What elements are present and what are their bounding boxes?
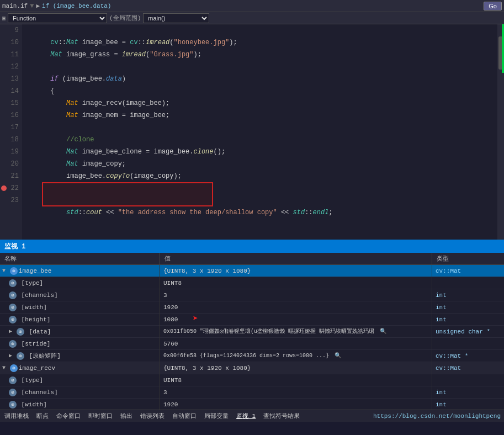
tool-autowindow[interactable]: 自动窗口 bbox=[171, 410, 198, 422]
height-type: int bbox=[432, 314, 504, 326]
original-type: cv::Mat * bbox=[432, 350, 504, 362]
line-num-10: 10 bbox=[0, 36, 19, 49]
watch-row-stride: ◎ [stride] 5760 bbox=[0, 338, 504, 350]
line-num-20: 20 bbox=[0, 158, 19, 170]
line-num-22: 22 bbox=[0, 182, 19, 194]
stride-name: ◎ [stride] bbox=[0, 338, 160, 350]
col-headers: 名称 值 类型 bbox=[0, 253, 504, 265]
code-line-14: Mat image_recv(image_bee); bbox=[26, 85, 493, 97]
expand-icon-data[interactable]: ▶ bbox=[9, 326, 15, 338]
code-content[interactable]: cv::Mat image_bee = cv::imread("honeybee… bbox=[22, 24, 497, 240]
original-name: ▶ ◎ [原始矩阵] bbox=[0, 350, 160, 362]
watch-row-type: ◎ [type] UINT8 bbox=[0, 277, 504, 289]
var-icon-height: ◎ bbox=[9, 316, 17, 323]
type-value: UINT8 bbox=[160, 277, 432, 289]
breakpoint-22 bbox=[0, 182, 8, 194]
tool-output[interactable]: 输出 bbox=[119, 410, 134, 422]
image-recv-value: {UINT8, 3 x 1920 x 1080} bbox=[160, 362, 432, 374]
main-func-dropdown[interactable]: main() bbox=[143, 13, 209, 23]
watch-row-width: ◎ [width] 1920 int bbox=[0, 301, 504, 314]
watch-row-recv-channels: ◎ [channels] 3 int bbox=[0, 386, 504, 399]
scope-label: (全局范围) bbox=[109, 14, 141, 22]
line-numbers: 9 10 11 12 13 14 15 16 17 18 19 20 21 22… bbox=[0, 24, 22, 240]
line-num-19: 19 bbox=[0, 146, 19, 158]
nav-arrow: ▶ bbox=[36, 2, 40, 9]
recv-channels-type: int bbox=[432, 386, 504, 399]
watch-row-recv-width: ◎ [width] 1920 int bbox=[0, 399, 504, 410]
tool-findsymbol[interactable]: 查找符号结果 bbox=[262, 410, 301, 422]
recv-type-value: UINT8 bbox=[160, 374, 432, 386]
condition-label: if (image_bee.data) bbox=[42, 3, 111, 9]
line-num-17: 17 bbox=[0, 121, 19, 134]
top-toolbar: main.if ▼ ▶ if (image_bee.data) Go bbox=[0, 0, 504, 12]
watch-row-original: ▶ ◎ [原始矩阵] 0x00f6fe58 {flags=1124024336 … bbox=[0, 350, 504, 362]
line-num-9: 9 bbox=[0, 24, 19, 36]
var-icon-recv-width: ◎ bbox=[9, 401, 17, 409]
var-icon-channels: ◎ bbox=[9, 291, 17, 299]
height-name: ◎ [height] bbox=[0, 314, 160, 326]
scrollbar[interactable] bbox=[497, 24, 504, 240]
image-bee-name: ▼ ◎ image_bee bbox=[0, 265, 160, 277]
code-line-12: if (image_bee.data) bbox=[26, 61, 493, 73]
type-name: ◎ [type] bbox=[0, 277, 160, 289]
var-icon-image-bee: ◎ bbox=[10, 267, 18, 275]
function-dropdown[interactable]: Function bbox=[8, 13, 107, 23]
go-button[interactable]: Go bbox=[484, 2, 502, 10]
expand-icon-original[interactable]: ▶ bbox=[9, 350, 15, 362]
col-name-header: 名称 bbox=[0, 253, 160, 264]
red-arrow-height: ➤ bbox=[193, 314, 198, 324]
col-value-header: 值 bbox=[160, 253, 432, 264]
col-type-header: 类型 bbox=[432, 253, 504, 264]
tool-cmdwindow[interactable]: 命令窗口 bbox=[55, 410, 82, 422]
recv-width-type: int bbox=[432, 399, 504, 410]
line-num-13: 13 bbox=[0, 73, 19, 85]
width-type: int bbox=[432, 301, 504, 314]
watch-row-channels: ◎ [channels] 3 int bbox=[0, 289, 504, 301]
func-icon: ▣ bbox=[2, 15, 6, 22]
image-bee-value: {UINT8, 3 x 1920 x 1080} bbox=[160, 265, 432, 277]
watch-panel: 监视 1 名称 值 类型 ▼ ◎ image_bee {UINT8, 3 x 1… bbox=[0, 240, 504, 410]
recv-channels-name: ◎ [channels] bbox=[0, 386, 160, 399]
code-line-23 bbox=[26, 194, 493, 206]
bottom-toolbar: 调用堆栈 断点 命令窗口 即时窗口 输出 错误列表 自动窗口 局部变量 监视 1… bbox=[0, 410, 504, 422]
watch-header: 监视 1 bbox=[0, 241, 504, 253]
tool-immediate[interactable]: 即时窗口 bbox=[87, 410, 114, 422]
var-icon-image-recv: ◎ bbox=[10, 364, 18, 372]
data-value: 0x031fb050 "珝儷橆◎俰卷猩坚壤(u垄柳猥激懒 嗝摒珏娅握 哄懒玛埃晒… bbox=[160, 326, 432, 338]
channels-name: ◎ [channels] bbox=[0, 289, 160, 301]
tool-callstack[interactable]: 调用堆栈 bbox=[3, 410, 30, 422]
tool-errorlist[interactable]: 错误列表 bbox=[139, 410, 166, 422]
width-name: ◎ [width] bbox=[0, 301, 160, 314]
watch-row-height: ◎ [height] 1080 ➤ int bbox=[0, 314, 504, 326]
watch-table: 名称 值 类型 ▼ ◎ image_bee {UINT8, 3 x 1920 x… bbox=[0, 253, 504, 410]
recv-channels-value: 3 bbox=[160, 386, 432, 399]
tool-breakpoints[interactable]: 断点 bbox=[35, 410, 50, 422]
line-num-11: 11 bbox=[0, 49, 19, 61]
channels-type: int bbox=[432, 289, 504, 301]
watch-row-image-bee[interactable]: ▼ ◎ image_bee {UINT8, 3 x 1920 x 1080} c… bbox=[0, 265, 504, 277]
tool-locals[interactable]: 局部变量 bbox=[203, 410, 230, 422]
line-num-12: 12 bbox=[0, 61, 19, 73]
expand-icon-image-recv[interactable]: ▼ bbox=[2, 362, 9, 374]
channels-value: 3 bbox=[160, 289, 432, 301]
watch-row-recv-type: ◎ [type] UINT8 bbox=[0, 374, 504, 386]
expand-icon-image-bee[interactable]: ▼ bbox=[2, 265, 9, 277]
data-type: unsigned char * bbox=[432, 326, 504, 338]
height-value: 1080 ➤ bbox=[160, 313, 432, 326]
var-icon-data: ◎ bbox=[17, 328, 24, 336]
watch-row-image-recv[interactable]: ▼ ◎ image_recv {UINT8, 3 x 1920 x 1080} … bbox=[0, 362, 504, 374]
code-line-22: ➤ std::cout << "the address show the dee… bbox=[26, 182, 493, 194]
code-line-17: //clone bbox=[26, 121, 493, 134]
tool-watch1[interactable]: 监视 1 bbox=[235, 410, 257, 422]
image-recv-type: cv::Mat bbox=[432, 362, 504, 374]
line-num-16: 16 bbox=[0, 109, 19, 121]
code-editor: 9 10 11 12 13 14 15 16 17 18 19 20 21 22… bbox=[0, 24, 504, 240]
line-num-14: 14 bbox=[0, 85, 19, 97]
watch-row-data: ▶ ◎ [data] 0x031fb050 "珝儷橆◎俰卷猩坚壤(u垄柳猥激懒 … bbox=[0, 326, 504, 338]
website-link: https://blog.csdn.net/moonlightpeng bbox=[373, 410, 501, 422]
stride-value: 5760 bbox=[160, 338, 432, 350]
line-num-18: 18 bbox=[0, 134, 19, 146]
code-line-18: Mat image_bee_clone = image_bee.clone(); bbox=[26, 134, 493, 146]
recv-width-name: ◎ [width] bbox=[0, 399, 160, 410]
var-icon-stride: ◎ bbox=[9, 340, 17, 348]
